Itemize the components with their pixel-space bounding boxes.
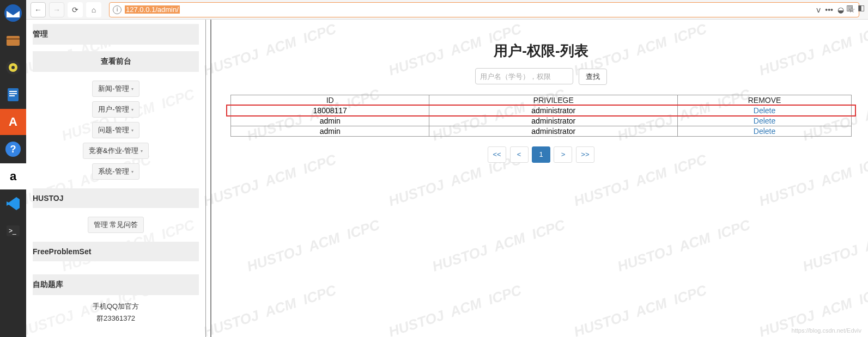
dock-files-icon[interactable] xyxy=(0,27,26,53)
sidebar-view-front[interactable]: 查看前台 xyxy=(33,51,199,72)
address-bar[interactable]: i 127.0.0.1/admin/ ⅴ ••• ◒ ☆ xyxy=(109,2,859,17)
sidebar-header-manage: 管理 xyxy=(33,24,199,45)
search-row: 查找 xyxy=(230,68,852,85)
pager-last[interactable]: >> xyxy=(576,146,594,163)
dock-terminal-icon[interactable]: >_ xyxy=(0,218,26,244)
chevron-down-icon: ▾ xyxy=(131,169,133,174)
sidebar-item-problems[interactable]: 问题-管理▾ xyxy=(92,122,139,138)
delete-link[interactable]: Delete xyxy=(754,117,775,125)
delete-link[interactable]: Delete xyxy=(754,106,775,115)
dock-amazon-icon[interactable]: a xyxy=(0,163,26,189)
page: HUSTOJ ACM ICPC HUSTOJ ACM ICPC HUSTOJ A… xyxy=(26,20,868,337)
sidebar-qq-line2: 群23361372 xyxy=(33,314,199,323)
main-content: 用户-权限-列表 查找 ID PRIVILEGE REMOVE 18008117… xyxy=(214,20,868,337)
svg-rect-8 xyxy=(9,93,17,94)
col-id: ID xyxy=(231,95,429,105)
table-header-row: ID PRIVILEGE REMOVE xyxy=(231,95,852,105)
admin-sidebar: 管理 查看前台 新闻-管理▾ 用户-管理▾ 问题-管理▾ 竞赛&作业-管理▾ 系… xyxy=(26,20,206,337)
os-dock: A ? a >_ xyxy=(0,0,26,337)
sidebar-header-hustoj: HUSTOJ xyxy=(33,188,199,208)
table-row: 18008117 administrator Delete xyxy=(231,105,852,115)
sidebar-item-label: 问题-管理 xyxy=(98,125,129,135)
svg-rect-9 xyxy=(9,95,15,96)
more-icon[interactable]: ••• xyxy=(825,5,833,14)
browser-toolbar: ← → ⟳ ⌂ i 127.0.0.1/admin/ ⅴ ••• ◒ ☆ ▥ ◧ xyxy=(26,0,868,20)
cell-id: admin xyxy=(231,115,429,126)
svg-rect-7 xyxy=(9,91,17,92)
dock-thunderbird-icon[interactable] xyxy=(0,0,26,26)
cell-remove: Delete xyxy=(678,115,852,126)
back-button[interactable]: ← xyxy=(31,2,46,17)
svg-rect-1 xyxy=(7,36,20,46)
sidebar-item-label: 用户-管理 xyxy=(98,105,129,114)
sidebar-item-label: 新闻-管理 xyxy=(98,84,129,94)
dock-help-icon[interactable]: ? xyxy=(0,136,26,162)
cell-priv: administrator xyxy=(429,105,678,115)
sidebar-item-label: 系统-管理 xyxy=(98,167,129,176)
table-wrap: ID PRIVILEGE REMOVE 18008117 administrat… xyxy=(230,95,852,137)
cell-remove: Delete xyxy=(678,105,852,115)
cell-id: 18008117 xyxy=(231,105,429,115)
pager-prev[interactable]: < xyxy=(510,146,529,163)
col-remove: REMOVE xyxy=(678,95,852,105)
svg-point-5 xyxy=(11,66,15,69)
pagination: << < 1 > >> xyxy=(230,146,852,163)
pager-first[interactable]: << xyxy=(488,146,506,163)
dock-rhythmbox-icon[interactable] xyxy=(0,54,26,81)
home-button[interactable]: ⌂ xyxy=(86,2,101,17)
vertical-divider[interactable] xyxy=(206,20,211,337)
sidebar-item-contests[interactable]: 竞赛&作业-管理▾ xyxy=(83,143,149,159)
csdn-watermark: https://blog.csdn.net/Edviv xyxy=(792,327,861,334)
forward-button[interactable]: → xyxy=(49,2,64,17)
url-text: 127.0.0.1/admin/ xyxy=(125,5,180,14)
sidebar-qq-line1: 手机QQ加官方 xyxy=(33,302,199,311)
chevron-down-icon: ▾ xyxy=(131,107,133,112)
library-icon[interactable]: ▥ xyxy=(846,3,853,12)
sidebar-item-system[interactable]: 系统-管理▾ xyxy=(92,163,139,180)
svg-text:>_: >_ xyxy=(9,227,16,235)
chevron-down-icon: ▾ xyxy=(131,87,133,91)
sidebar-header-selfservice: 自助题库 xyxy=(33,274,199,295)
chevron-down-icon[interactable]: ⅴ xyxy=(816,5,821,14)
cell-priv: administrator xyxy=(429,126,678,136)
sidebar-item-label: 竞赛&作业-管理 xyxy=(89,146,138,156)
pocket-icon[interactable]: ◒ xyxy=(837,5,844,14)
search-input[interactable] xyxy=(475,68,573,84)
svg-rect-6 xyxy=(8,88,19,101)
search-button[interactable]: 查找 xyxy=(579,69,607,85)
site-info-icon[interactable]: i xyxy=(113,5,122,14)
svg-text:?: ? xyxy=(10,144,16,155)
dock-software-icon[interactable]: A xyxy=(0,109,26,135)
page-title: 用户-权限-列表 xyxy=(230,41,852,60)
dock-vscode-icon[interactable] xyxy=(0,191,26,217)
sidebar-item-users[interactable]: 用户-管理▾ xyxy=(92,101,139,118)
table-row: admin administrator Delete xyxy=(231,115,852,126)
table-row: admin administrator Delete xyxy=(231,126,852,136)
pager-next[interactable]: > xyxy=(554,146,572,163)
chevron-down-icon: ▾ xyxy=(141,149,143,154)
svg-rect-2 xyxy=(7,38,20,40)
dock-libreoffice-icon[interactable] xyxy=(0,82,26,108)
sidebar-faq-button[interactable]: 管理 常见问答 xyxy=(88,217,144,233)
pager-page-1[interactable]: 1 xyxy=(532,146,550,163)
col-privilege: PRIVILEGE xyxy=(429,95,678,105)
privilege-table: ID PRIVILEGE REMOVE 18008117 administrat… xyxy=(230,95,852,137)
chevron-down-icon: ▾ xyxy=(131,128,133,133)
sidebar-header-fps: FreeProblemSet xyxy=(33,242,199,261)
reload-button[interactable]: ⟳ xyxy=(68,2,83,17)
delete-link[interactable]: Delete xyxy=(754,127,775,136)
cell-id: admin xyxy=(231,126,429,136)
cell-remove: Delete xyxy=(678,126,852,136)
sidebar-item-news[interactable]: 新闻-管理▾ xyxy=(92,81,139,97)
cell-priv: administrator xyxy=(429,115,678,126)
sidebar-toggle-icon[interactable]: ◧ xyxy=(858,3,865,12)
